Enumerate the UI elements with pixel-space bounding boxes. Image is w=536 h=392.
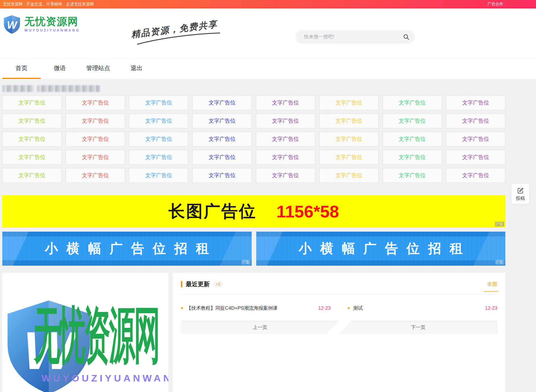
- site-logo[interactable]: W 无忧资源网 WUYOUZIYUANWANG: [3, 15, 80, 34]
- submit-post-button[interactable]: 投稿: [512, 184, 529, 204]
- text-ad-slot[interactable]: 文字广告位: [446, 150, 505, 165]
- item-title: 【技术教程】同捉C4D+PS潮流海报案例课: [186, 305, 313, 311]
- redacted-site-info: [2, 85, 505, 92]
- text-ad-slot[interactable]: 文字广告位: [129, 150, 188, 165]
- text-ad-slot[interactable]: 文字广告位: [446, 95, 505, 110]
- text-ad-slot[interactable]: 文字广告位: [383, 114, 442, 128]
- site-name: 无忧资源网: [24, 16, 80, 27]
- text-ad-slot[interactable]: 文字广告位: [2, 150, 62, 165]
- main-content: 文字广告位文字广告位文字广告位文字广告位文字广告位文字广告位文字广告位文字广告位…: [2, 85, 505, 392]
- text-ad-slot[interactable]: 文字广告位: [319, 150, 379, 165]
- small-banner-row: 小横幅广告位招租广告小横幅广告位招租广告: [2, 232, 505, 266]
- main-nav: 首页微语管理站点退出: [0, 58, 536, 79]
- text-ad-slot[interactable]: 文字广告位: [66, 114, 125, 128]
- text-ad-slot[interactable]: 文字广告位: [2, 95, 62, 110]
- recent-update-item[interactable]: 测试12-23: [348, 305, 497, 311]
- text-ad-slot[interactable]: 文字广告位: [66, 95, 125, 110]
- site-name-pinyin: WUYOUZIYUANWANG: [24, 28, 80, 32]
- next-page-button[interactable]: 下一页: [339, 320, 497, 334]
- text-ad-slot[interactable]: 文字广告位: [66, 150, 125, 165]
- text-ad-slot[interactable]: 文字广告位: [192, 132, 252, 146]
- new-count-badge: +2: [213, 281, 223, 287]
- item-date: 12-23: [485, 305, 497, 311]
- bullet-dot-icon: [181, 307, 183, 309]
- text-ad-slot[interactable]: 文字广告位: [129, 168, 188, 183]
- nav-item-1[interactable]: 微语: [41, 58, 79, 79]
- text-ad-slot[interactable]: 文字广告位: [2, 168, 62, 183]
- text-ad-slot[interactable]: 文字广告位: [319, 95, 379, 110]
- text-ad-grid: 文字广告位文字广告位文字广告位文字广告位文字广告位文字广告位文字广告位文字广告位…: [2, 95, 505, 183]
- long-banner-title: 长图广告位: [168, 200, 256, 223]
- recent-updates-card: 最近更新 +2 全部 【技术教程】同捉C4D+PS潮流海报案例课12-23测试1…: [173, 273, 505, 392]
- submit-label: 投稿: [516, 196, 525, 202]
- site-header: W 无忧资源网 WUYOUZIYUANWANG 精品资源，免费共享: [0, 9, 536, 58]
- announcement-text: 无忧资源网 - 开放交流，共享精神，走进无忧资源网: [3, 2, 94, 7]
- ad-tag: 广告: [495, 222, 504, 227]
- site-slogan: 精品资源，免费共享: [130, 18, 221, 46]
- small-banner-ad[interactable]: 小横幅广告位招租广告: [2, 232, 252, 266]
- search-input[interactable]: [295, 34, 403, 40]
- text-ad-slot[interactable]: 文字广告位: [66, 168, 125, 183]
- small-banner-ad[interactable]: 小横幅广告位招租广告: [256, 232, 506, 266]
- recent-updates-title: 最近更新: [186, 280, 210, 288]
- text-ad-slot[interactable]: 文字广告位: [383, 95, 442, 110]
- text-ad-slot[interactable]: 文字广告位: [256, 132, 315, 146]
- text-ad-slot[interactable]: 文字广告位: [446, 168, 505, 183]
- ad-cooperation-link[interactable]: 广告合作: [487, 2, 503, 7]
- text-ad-slot[interactable]: 文字广告位: [256, 168, 315, 183]
- long-banner-size: 1156*58: [276, 202, 339, 221]
- text-ad-slot[interactable]: 文字广告位: [129, 114, 188, 128]
- item-date: 12-23: [318, 305, 331, 311]
- text-ad-slot[interactable]: 文字广告位: [383, 150, 442, 165]
- shield-logo-icon: W: [3, 15, 21, 34]
- text-ad-slot[interactable]: 文字广告位: [129, 132, 188, 146]
- text-ad-slot[interactable]: 文字广告位: [129, 95, 188, 110]
- text-ad-slot[interactable]: 文字广告位: [383, 132, 442, 146]
- text-ad-slot[interactable]: 文字广告位: [2, 114, 62, 128]
- recent-update-item[interactable]: 【技术教程】同捉C4D+PS潮流海报案例课12-23: [181, 305, 331, 311]
- big-logo-title: 无忧资源网: [34, 294, 159, 377]
- view-all-link[interactable]: 全部: [487, 281, 497, 288]
- text-ad-slot[interactable]: 文字广告位: [192, 150, 252, 165]
- section-accent-bar: [181, 281, 182, 287]
- small-banner-text: 小横幅广告位招租: [290, 240, 471, 257]
- nav-item-2[interactable]: 管理站点: [79, 58, 117, 79]
- ad-tag: 广告: [241, 260, 251, 265]
- nav-item-3[interactable]: 退出: [117, 58, 156, 79]
- text-ad-slot[interactable]: 文字广告位: [319, 114, 379, 128]
- text-ad-slot[interactable]: 文字广告位: [256, 95, 315, 110]
- text-ad-slot[interactable]: 文字广告位: [66, 132, 125, 146]
- edit-icon: [517, 187, 524, 194]
- text-ad-slot[interactable]: 文字广告位: [192, 168, 252, 183]
- ad-tag: 广告: [495, 260, 504, 265]
- recent-updates-list: 【技术教程】同捉C4D+PS潮流海报案例课12-23测试12-23: [181, 305, 497, 311]
- text-ad-slot[interactable]: 文字广告位: [2, 132, 62, 146]
- big-logo-image: W 无忧资源网 WUYOUZIYUANWANG: [2, 273, 168, 392]
- text-ad-slot[interactable]: 文字广告位: [383, 168, 442, 183]
- prev-page-button[interactable]: 上一页: [181, 320, 339, 334]
- text-ad-slot[interactable]: 文字广告位: [256, 114, 315, 128]
- svg-text:W: W: [7, 19, 18, 31]
- text-ad-slot[interactable]: 文字广告位: [192, 114, 252, 128]
- top-announcement-bar: 无忧资源网 - 开放交流，共享精神，走进无忧资源网 广告合作: [0, 0, 536, 9]
- text-ad-slot[interactable]: 文字广告位: [319, 132, 379, 146]
- long-banner-ad[interactable]: 长图广告位 1156*58 广告: [2, 195, 505, 228]
- text-ad-slot[interactable]: 文字广告位: [256, 150, 315, 165]
- bullet-dot-icon: [348, 307, 350, 309]
- item-title: 测试: [353, 305, 479, 311]
- text-ad-slot[interactable]: 文字广告位: [319, 168, 379, 183]
- search-icon[interactable]: [403, 33, 410, 40]
- text-ad-slot[interactable]: 文字广告位: [192, 95, 252, 110]
- search-box: [295, 30, 415, 44]
- nav-item-0[interactable]: 首页: [2, 58, 41, 79]
- text-ad-slot[interactable]: 文字广告位: [446, 114, 505, 128]
- text-ad-slot[interactable]: 文字广告位: [446, 132, 505, 146]
- small-banner-text: 小横幅广告位招租: [36, 240, 218, 257]
- divider: [181, 294, 497, 295]
- big-logo-subtitle: WUYOUZIYUANWANG: [41, 373, 168, 384]
